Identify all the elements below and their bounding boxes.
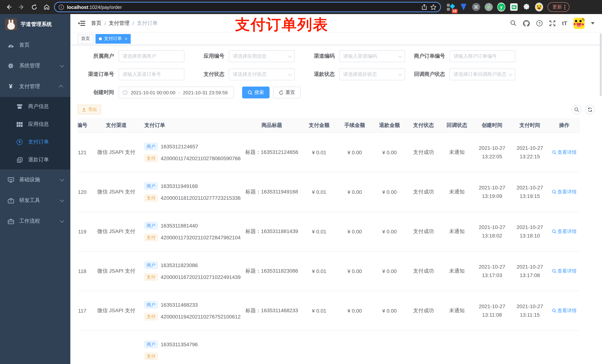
- sidebar-item-infrastructure[interactable]: 基础设施: [0, 169, 70, 190]
- avatar-caret-icon[interactable]: [591, 22, 595, 24]
- page-scrollbar[interactable]: [600, 33, 602, 96]
- chevron-up-icon: [59, 85, 63, 89]
- help-icon[interactable]: ?: [536, 20, 543, 26]
- bookmark-star-icon[interactable]: [430, 4, 437, 10]
- github-icon[interactable]: [523, 20, 530, 26]
- font-size-icon[interactable]: tT: [562, 20, 567, 26]
- channel-order-no: 4200001173202110272847982104: [161, 235, 241, 240]
- merchant-order-no: 1635311354796: [161, 342, 198, 347]
- collapse-sidebar-icon[interactable]: [78, 20, 85, 26]
- channel-order-no: 4200001181202110277723215336: [161, 195, 241, 201]
- cell-channel: 微信 JSAPI 支付: [94, 228, 139, 235]
- toggle-search-button[interactable]: [572, 105, 581, 114]
- cell-title: 标题：1635311468233: [242, 307, 301, 314]
- cell-create-time: 2021-10-27 13:18:02: [473, 223, 511, 240]
- create-time-range-picker[interactable]: 2021-10-01 00:00:00 - 2021-10-31 23:59:5…: [118, 87, 234, 98]
- chevron-down-icon: [398, 72, 402, 76]
- view-detail-link[interactable]: 查看详情: [552, 307, 577, 314]
- recorder-extension-icon[interactable]: [485, 3, 493, 11]
- sidebar-item-home[interactable]: 首页: [0, 35, 70, 55]
- pay-status-select[interactable]: 请选择支付状态: [229, 68, 295, 80]
- home-icon[interactable]: [42, 2, 52, 12]
- sidebar: 芋道管理系统 首页 系统管理 ¥ 支付管理: [0, 14, 70, 364]
- channel-code-select[interactable]: 请输入渠道编码: [339, 50, 405, 62]
- orders-table: 编号 支付渠道 支付订单 商品标题 支付金额 手续金额 退款金额 支付状态 回调…: [78, 118, 595, 364]
- tab-pay-order[interactable]: 支付订单 ×: [96, 34, 131, 43]
- user-avatar[interactable]: [573, 18, 585, 29]
- table-row: 商户1635311354796 支付: [78, 331, 580, 364]
- refund-status-select[interactable]: 请选择退款状态: [339, 68, 405, 80]
- breadcrumb-home[interactable]: 首页: [91, 20, 101, 26]
- top-navbar: 首页 / 支付管理 / 支付订单 支付订单列表 ?: [70, 14, 602, 32]
- reload-icon[interactable]: [29, 2, 39, 12]
- sidebar-item-payment[interactable]: ¥ 支付管理: [0, 76, 70, 97]
- tags-view-bar: 首页 支付订单 ×: [70, 32, 602, 45]
- breadcrumb-pay-mgmt[interactable]: 支付管理: [109, 20, 129, 26]
- chevron-down-icon: [398, 54, 402, 58]
- cell-pay-order: 商户1635311354796 支付: [139, 341, 242, 360]
- monitor-icon: [7, 177, 14, 183]
- shop-icon: [16, 104, 23, 109]
- browser-menu-icon[interactable]: [564, 5, 565, 10]
- cell-pay-status: 支付成功: [407, 307, 441, 314]
- sidebar-item-merchant-info[interactable]: 商户信息: [0, 98, 70, 115]
- forward-icon[interactable]: [16, 2, 27, 12]
- share-icon[interactable]: [421, 4, 427, 10]
- sidebar-item-pay-order[interactable]: ¥ 支付订单: [0, 133, 70, 151]
- pay-tag: 支付: [144, 273, 158, 281]
- merchant-order-no-input[interactable]: 请输入商户订单编号: [450, 50, 515, 62]
- puzzle-extensions-icon[interactable]: [522, 3, 531, 11]
- export-button[interactable]: 导出: [78, 105, 101, 114]
- pay-tag: 支付: [144, 234, 158, 241]
- chevron-down-icon: [60, 63, 64, 68]
- view-detail-link[interactable]: 查看详情: [552, 228, 577, 235]
- search-icon[interactable]: [510, 20, 516, 26]
- view-detail-link[interactable]: 查看详情: [552, 149, 577, 156]
- command-extension-icon[interactable]: ⌘: [472, 3, 480, 11]
- refresh-button[interactable]: [585, 105, 595, 114]
- merchant-order-no: 1635311468233: [161, 302, 198, 308]
- page-content: 所属商户 请选择所属商户 应用编号 请选择应用信息 渠道编码 请输入渠道编码 商…: [70, 45, 602, 364]
- logo-avatar: [5, 19, 17, 30]
- merchant-input[interactable]: 请选择所属商户: [118, 50, 184, 62]
- chat-extension-icon[interactable]: [510, 3, 518, 11]
- cell-refund: ¥ 0.00: [372, 189, 407, 195]
- notify-status-select[interactable]: 请选择订单回调商户状态: [450, 68, 515, 80]
- profile-avatar-icon[interactable]: [535, 3, 543, 11]
- y-extension-icon[interactable]: y: [497, 3, 505, 11]
- sidebar-item-dev-tools[interactable]: 研发工具: [0, 190, 70, 211]
- sidebar-item-workflow[interactable]: 工作流程: [0, 211, 70, 232]
- tasks-extension-icon[interactable]: 10: [447, 3, 455, 11]
- app-id-select[interactable]: 请选择应用信息: [229, 50, 295, 62]
- cell-create-time: 2021-10-27 13:17:03: [473, 263, 511, 280]
- dashboard-icon: [7, 42, 14, 48]
- cell-refund: ¥ 0.00: [372, 308, 407, 314]
- cell-title: 标题：1635311949168: [242, 189, 301, 195]
- cell-amount: ¥ 0.01: [301, 149, 337, 155]
- view-detail-link[interactable]: 查看详情: [552, 268, 577, 274]
- site-info-icon[interactable]: [58, 4, 64, 10]
- cell-amount: ¥ 0.01: [301, 308, 337, 314]
- channel-order-no-input[interactable]: 请输入渠道订单号: [118, 68, 184, 80]
- close-tab-icon[interactable]: ×: [125, 36, 127, 41]
- briefcase-icon: [7, 218, 14, 224]
- search-button[interactable]: 搜索: [242, 87, 269, 98]
- sidebar-item-app-info[interactable]: 应用信息: [0, 115, 70, 133]
- cell-pay-order: 商户1635312124657 支付4200001174202110278060…: [139, 143, 242, 162]
- cell-refund: ¥ 0.00: [372, 149, 407, 155]
- browser-toolbar: localhost:1024/pay/order 10 ⌘ y 更新: [0, 0, 602, 14]
- sidebar-item-refund-order[interactable]: 退款订单: [0, 151, 70, 169]
- sidebar-item-system[interactable]: 系统管理: [0, 55, 70, 76]
- table-row: 117 微信 JSAPI 支付 商户1635311468233 支付420000…: [78, 291, 580, 331]
- tab-home[interactable]: 首页: [78, 34, 93, 43]
- fullscreen-icon[interactable]: [549, 20, 556, 26]
- back-icon[interactable]: [4, 2, 14, 12]
- reset-button[interactable]: 重置: [273, 87, 301, 98]
- cell-fee: ¥ 0.00: [337, 229, 372, 235]
- url-text: localhost:1024/pay/order: [67, 4, 418, 10]
- kite-extension-icon[interactable]: [460, 3, 468, 11]
- address-bar[interactable]: localhost:1024/pay/order: [54, 2, 441, 12]
- update-button[interactable]: 更新: [548, 2, 570, 12]
- view-detail-link[interactable]: 查看详情: [552, 189, 577, 195]
- merchant-tag: 商户: [144, 143, 158, 150]
